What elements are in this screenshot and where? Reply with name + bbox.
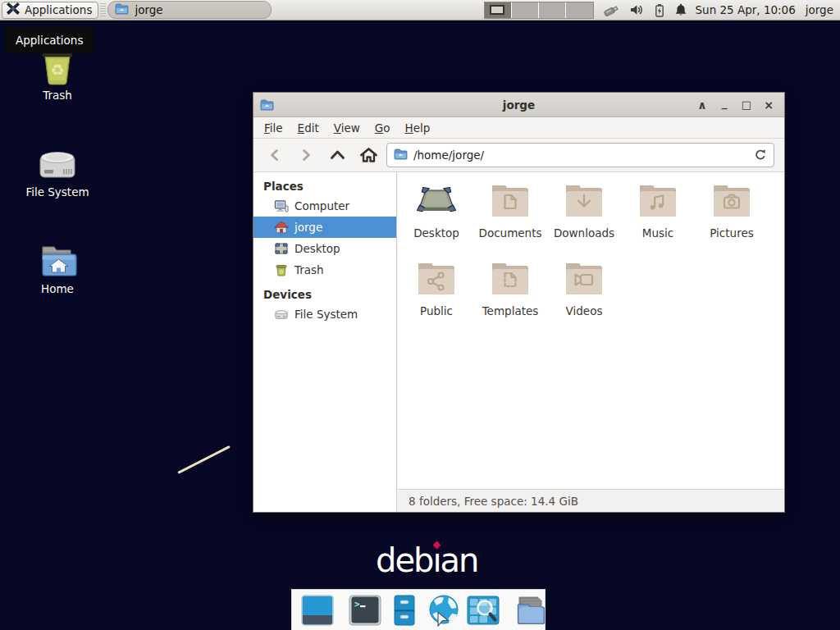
sidebar: PlacesComputerjorgeDesktop♻TrashDevicesF… [253, 172, 397, 512]
sidebar-item-label: File System [294, 308, 358, 321]
folder-icon [115, 3, 129, 17]
file-item-templates[interactable]: Templates [473, 253, 547, 331]
panel-handle[interactable] [100, 3, 106, 17]
workspace-4[interactable] [566, 2, 593, 18]
debian-logo: debıan [376, 541, 477, 579]
file-item-label: Documents [473, 226, 547, 240]
nav-buttons [253, 143, 381, 167]
menu-file[interactable]: File [257, 119, 290, 137]
system-tray [602, 3, 687, 17]
minimize-button[interactable]: _ [719, 97, 730, 108]
desktop-icon-home[interactable]: Home [13, 236, 102, 295]
workspace-1[interactable] [485, 2, 512, 18]
sidebar-item-desktop[interactable]: Desktop [253, 238, 396, 259]
panel-username[interactable]: jorge [806, 3, 833, 16]
public-folder-icon [399, 258, 473, 301]
volume-icon[interactable] [629, 3, 645, 16]
svg-text:>: > [354, 599, 360, 609]
home-desktop-icon [13, 236, 102, 279]
workspace-2[interactable] [512, 2, 539, 18]
desktop-mini-icon [274, 242, 289, 255]
desktop-icon-label: Home [13, 282, 102, 295]
file-item-label: Videos [547, 304, 621, 317]
menu-view[interactable]: View [326, 119, 368, 137]
applications-tooltip: Applications [5, 27, 94, 53]
dock-terminal-button[interactable]: > [349, 595, 381, 626]
downloads-folder-icon [547, 180, 621, 223]
dock-web-browser-button[interactable] [427, 594, 460, 627]
file-item-label: Music [621, 226, 695, 240]
maximize-button[interactable]: □ [741, 99, 752, 111]
file-item-music[interactable]: Music [621, 176, 695, 253]
window-folder-icon [260, 99, 274, 111]
desktop: Applications jorge Sun 25 Apr, 10:06 jor… [0, 0, 840, 630]
bell-icon[interactable] [674, 3, 687, 17]
applications-button[interactable]: Applications [2, 2, 98, 19]
desktop-icon-file-system[interactable]: File System [13, 139, 102, 199]
removable-device-icon[interactable] [602, 3, 620, 17]
menu-go[interactable]: Go [368, 119, 398, 137]
dock-file-manager-button[interactable] [514, 595, 547, 626]
dock-file-cabinet-button[interactable] [388, 595, 421, 626]
sidebar-item-file-system[interactable]: File System [253, 304, 396, 325]
dock: > [291, 589, 546, 630]
file-manager-window: jorge ∧_□× FileEditViewGoHelp /home/jorg… [253, 92, 785, 513]
sidebar-item-label: jorge [294, 221, 322, 234]
wallpaper-swirl-line [177, 445, 231, 474]
taskbar-button[interactable]: jorge [107, 1, 272, 19]
sidebar-header-devices: Devices [253, 285, 396, 304]
reload-button[interactable] [754, 148, 767, 162]
templates-folder-icon [473, 258, 547, 301]
sidebar-item-label: Desktop [294, 242, 340, 255]
workspace-switcher[interactable] [484, 2, 594, 19]
shade-button[interactable]: ∧ [696, 99, 708, 111]
sidebar-item-trash[interactable]: ♻Trash [253, 259, 396, 281]
sidebar-item-jorge[interactable]: jorge [253, 217, 396, 238]
sidebar-header-places: Places [253, 177, 396, 195]
up-button[interactable] [324, 143, 350, 167]
desktop-folder-icon [399, 180, 473, 223]
workspace-3[interactable] [539, 2, 566, 18]
file-item-pictures[interactable]: Pictures [695, 176, 769, 253]
files-grid: DesktopDocumentsDownloadsMusicPicturesPu… [398, 172, 784, 489]
taskbar-label: jorge [135, 3, 162, 16]
music-folder-icon [621, 180, 695, 223]
close-button[interactable]: × [763, 99, 774, 111]
statusbar: 8 folders, Free space: 14.4 GiB [398, 489, 784, 512]
home-button[interactable] [355, 143, 381, 167]
sidebar-item-label: Trash [294, 263, 324, 276]
file-item-documents[interactable]: Documents [473, 176, 547, 253]
file-item-desktop[interactable]: Desktop [399, 176, 473, 253]
computer-icon [274, 199, 289, 213]
menubar: FileEditViewGoHelp [253, 117, 784, 139]
forward-button[interactable] [293, 143, 319, 167]
sidebar-item-computer[interactable]: Computer [253, 195, 396, 217]
file-item-public[interactable]: Public [399, 253, 473, 331]
menu-help[interactable]: Help [398, 119, 438, 137]
user-home-icon [274, 221, 289, 234]
dock-show-desktop-button[interactable] [301, 595, 334, 626]
path-folder-icon [394, 148, 408, 162]
battery-icon[interactable] [654, 3, 665, 17]
workspace-window-thumb [490, 5, 504, 15]
file-item-videos[interactable]: Videos [547, 253, 621, 331]
file-item-downloads[interactable]: Downloads [547, 176, 621, 253]
window-controls: ∧_□× [696, 99, 784, 111]
svg-text:♻: ♻ [50, 61, 64, 79]
menu-edit[interactable]: Edit [290, 119, 326, 137]
titlebar[interactable]: jorge ∧_□× [253, 93, 784, 117]
file-item-label: Public [399, 304, 473, 317]
path-input[interactable]: /home/jorge/ [413, 148, 754, 162]
path-bar[interactable]: /home/jorge/ [386, 143, 774, 167]
clock[interactable]: Sun 25 Apr, 10:06 [696, 3, 796, 16]
pictures-folder-icon [695, 180, 769, 223]
applications-label: Applications [25, 3, 92, 16]
filesystem-desktop-icon [13, 139, 102, 182]
file-item-label: Desktop [399, 226, 473, 240]
back-button[interactable] [262, 143, 288, 167]
file-item-label: Pictures [695, 226, 769, 240]
dock-app-finder-button[interactable] [467, 595, 500, 626]
trash-mini-icon: ♻ [274, 263, 289, 276]
debian-red-diamond [433, 541, 441, 550]
desktop-icon-label: Trash [13, 89, 102, 102]
